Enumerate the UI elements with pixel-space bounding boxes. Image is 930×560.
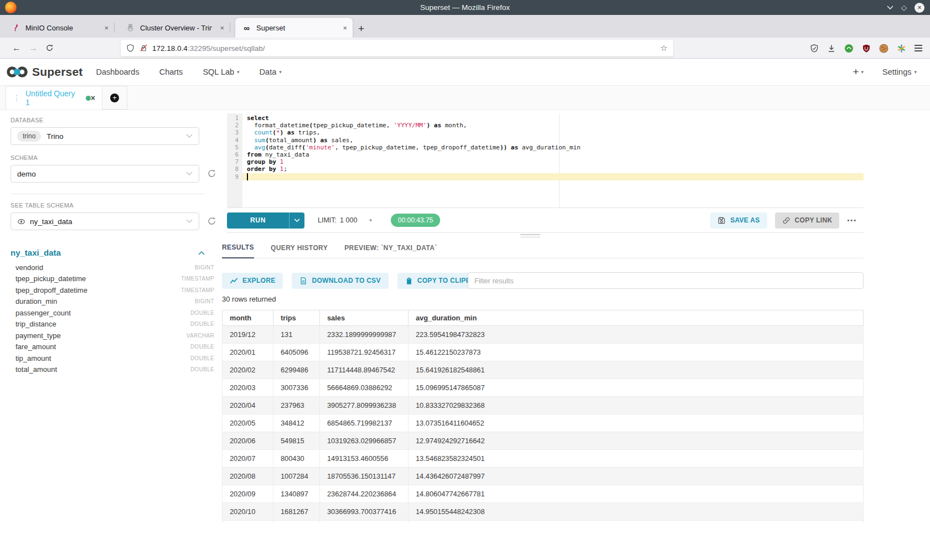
column-row[interactable]: trip_distanceDOUBLE	[16, 319, 214, 330]
downloads-icon[interactable]	[827, 44, 836, 53]
column-row[interactable]: payment_typeVARCHAR	[16, 330, 214, 341]
table-cell: 2020/05	[223, 414, 273, 432]
column-name: fare_amount	[16, 343, 56, 351]
menu-hamburger-icon[interactable]	[914, 45, 922, 51]
table-cell: 6854865.719982137	[320, 414, 409, 432]
database-select[interactable]: trino Trino	[11, 127, 199, 145]
browser-tab-title: Cluster Overview - Trino	[140, 24, 212, 32]
window-close-icon[interactable]: ×	[914, 3, 924, 13]
schema-sidebar: DATABASE trino Trino SCHEMA demo SEE TAB…	[6, 110, 219, 560]
tab-results[interactable]: RESULTS	[222, 243, 254, 258]
lock-insecure-icon[interactable]	[140, 44, 148, 53]
column-header[interactable]: avg_duration_min	[409, 310, 864, 326]
bookmark-star-icon[interactable]: ☆	[660, 43, 668, 53]
cookie-icon[interactable]	[879, 44, 888, 53]
extension-green-icon[interactable]	[844, 44, 854, 53]
more-options-icon[interactable]: •••	[847, 217, 857, 224]
column-row[interactable]: passenger_countDOUBLE	[16, 307, 214, 319]
tab-close-icon[interactable]: ×	[104, 24, 108, 32]
column-row[interactable]: tpep_dropoff_datetimeTIMESTAMP	[16, 284, 214, 296]
results-table-container[interactable]: monthtripssalesavg_duration_min 2019/121…	[222, 310, 864, 523]
table-cell: 18705536.150131147	[320, 468, 409, 485]
window-maximize-icon[interactable]: ◇	[901, 4, 907, 11]
chevron-down-icon	[186, 219, 193, 224]
shield-icon[interactable]	[126, 44, 135, 53]
refresh-table-icon[interactable]	[207, 216, 217, 226]
schema-select[interactable]: demo	[11, 165, 199, 183]
back-icon[interactable]: ←	[12, 43, 21, 53]
column-header[interactable]: sales	[320, 310, 409, 326]
copy-link-button[interactable]: COPY LINK	[775, 212, 840, 229]
table-cell: 131	[273, 326, 320, 344]
table-name[interactable]: ny_taxi_data	[11, 248, 61, 257]
results-table-head-row: monthtripssalesavg_duration_min	[223, 310, 864, 326]
browser-tab-minio[interactable]: MinIO Console ×	[4, 18, 114, 38]
column-header[interactable]: trips	[273, 310, 320, 326]
nav-charts[interactable]: Charts	[159, 68, 183, 76]
column-row[interactable]: fare_amountDOUBLE	[16, 341, 214, 353]
eye-icon	[17, 217, 25, 226]
column-row[interactable]: vendoridBIGINT	[16, 262, 214, 273]
settings-menu[interactable]: Settings▾	[882, 68, 917, 76]
table-cell: 800430	[273, 450, 320, 468]
column-type: DOUBLE	[190, 355, 214, 361]
nav-sql-lab[interactable]: SQL Lab▾	[203, 68, 239, 76]
reload-icon[interactable]	[45, 44, 54, 52]
new-query-tab-button[interactable]: +	[102, 86, 127, 110]
ublock-shield-icon[interactable]	[862, 44, 871, 53]
superset-logo[interactable]: Superset	[6, 64, 82, 80]
pane-resize-handle[interactable]	[520, 234, 540, 239]
column-row[interactable]: total_amountDOUBLE	[16, 364, 214, 376]
extension-asterisk-icon[interactable]	[897, 44, 906, 53]
rows-returned-text: 30 rows returned	[222, 295, 276, 303]
table-row: 2020/0654981510319263.02996685712.974924…	[223, 432, 864, 450]
nav-dashboards[interactable]: Dashboards	[96, 68, 139, 76]
browser-tab-superset[interactable]: ∞ Superset ×	[235, 18, 353, 38]
code-line: select	[242, 115, 864, 122]
url-bar[interactable]: 172.18.0.4:32295/superset/sqllab/ ☆	[121, 40, 673, 56]
download-csv-button[interactable]: DOWNLOAD TO CSV	[292, 273, 388, 289]
tab-separator	[230, 23, 230, 33]
table-cell: 30366993.700377416	[320, 503, 409, 521]
sql-toolbar: RUN LIMIT: 1 000 ▾ 00:00:43.75 SAVE AS C	[227, 208, 864, 233]
table-select[interactable]: ny_taxi_data	[11, 212, 199, 230]
tab-query-history[interactable]: QUERY HISTORY	[271, 244, 328, 258]
window-titlebar: Superset — Mozilla Firefox ◇ ×	[0, 0, 930, 15]
results-table: monthtripssalesavg_duration_min 2019/121…	[222, 310, 864, 523]
column-name: passenger_count	[16, 309, 71, 317]
explore-button[interactable]: EXPLORE	[222, 273, 283, 289]
pocket-shield-icon[interactable]	[810, 44, 819, 53]
column-row[interactable]: tpep_pickup_datetimeTIMESTAMP	[16, 273, 214, 285]
save-as-button[interactable]: SAVE AS	[710, 212, 767, 229]
column-row[interactable]: duration_minBIGINT	[16, 296, 214, 308]
run-dropdown-chevron-icon[interactable]	[289, 212, 304, 229]
run-button[interactable]: RUN	[227, 212, 304, 229]
tab-preview[interactable]: PREVIEW: `NY_TAXI_DATA`	[344, 244, 437, 258]
tab-close-icon[interactable]: ×	[343, 24, 347, 32]
forward-icon[interactable]: →	[29, 43, 38, 53]
column-header[interactable]: month	[223, 310, 273, 326]
editor-code[interactable]: select format_datetime(tpep_pickup_datet…	[242, 113, 864, 208]
drag-handle-icon[interactable]: ⋮	[13, 94, 20, 102]
line-number: 4	[227, 137, 242, 144]
close-icon[interactable]: ×	[91, 94, 95, 102]
column-row[interactable]: tip_amountDOUBLE	[16, 352, 214, 364]
refresh-schema-icon[interactable]	[207, 169, 217, 179]
new-item-button[interactable]: +▾	[852, 66, 864, 78]
filter-results-input[interactable]	[468, 272, 864, 289]
collapse-chevron-icon[interactable]	[198, 251, 205, 255]
query-tab[interactable]: ⋮ Untitled Query 1 ×	[6, 86, 102, 110]
window-minimize-icon[interactable]	[887, 6, 893, 10]
column-name: tpep_dropoff_datetime	[16, 286, 87, 294]
table-cell: 223.59541984732823	[409, 326, 864, 344]
tab-close-icon[interactable]: ×	[220, 24, 224, 32]
nav-data[interactable]: Data▾	[260, 68, 282, 76]
results-table-body: 2019/121312332.1899999999987223.59541984…	[223, 326, 864, 523]
browser-tab-trino[interactable]: Cluster Overview - Trino ×	[119, 18, 230, 38]
table-cell: 3905277.8099936238	[320, 397, 409, 414]
table-row: 2020/09134089723628744.22023686414.80604…	[223, 485, 864, 503]
limit-dropdown[interactable]: LIMIT: 1 000 ▾	[318, 216, 372, 224]
new-tab-button[interactable]: +	[358, 23, 364, 34]
column-type: DOUBLE	[190, 321, 214, 327]
sql-editor[interactable]: 123456789 select format_datetime(tpep_pi…	[227, 113, 864, 208]
